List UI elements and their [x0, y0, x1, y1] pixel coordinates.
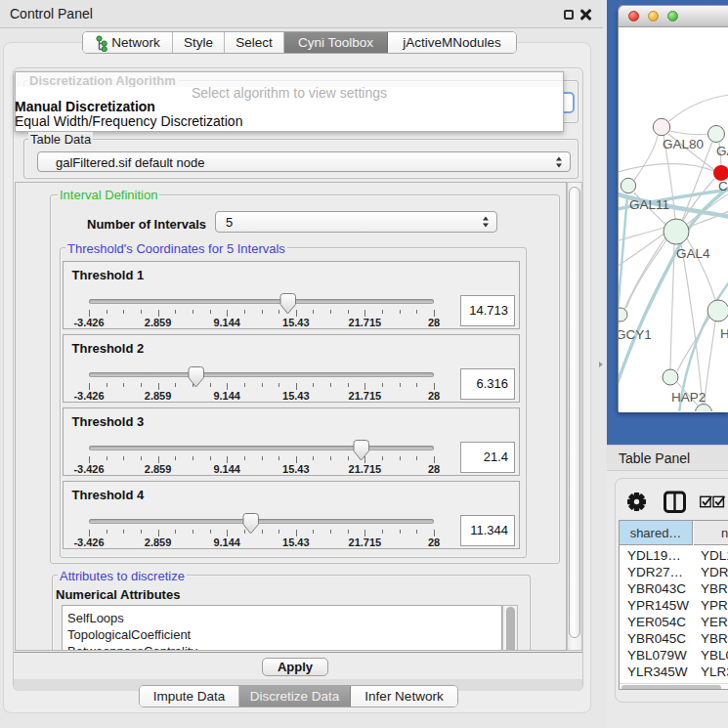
- svg-text:GAL11: GAL11: [629, 197, 669, 212]
- svg-text:GAL80: GAL80: [663, 137, 704, 151]
- svg-text:GAL4: GAL4: [676, 246, 710, 261]
- svg-text:H: H: [720, 326, 728, 341]
- svg-text:GA: GA: [716, 144, 728, 158]
- svg-text:GCY1: GCY1: [619, 327, 652, 342]
- svg-text:C: C: [718, 179, 728, 193]
- svg-text:HAP2: HAP2: [671, 390, 706, 405]
